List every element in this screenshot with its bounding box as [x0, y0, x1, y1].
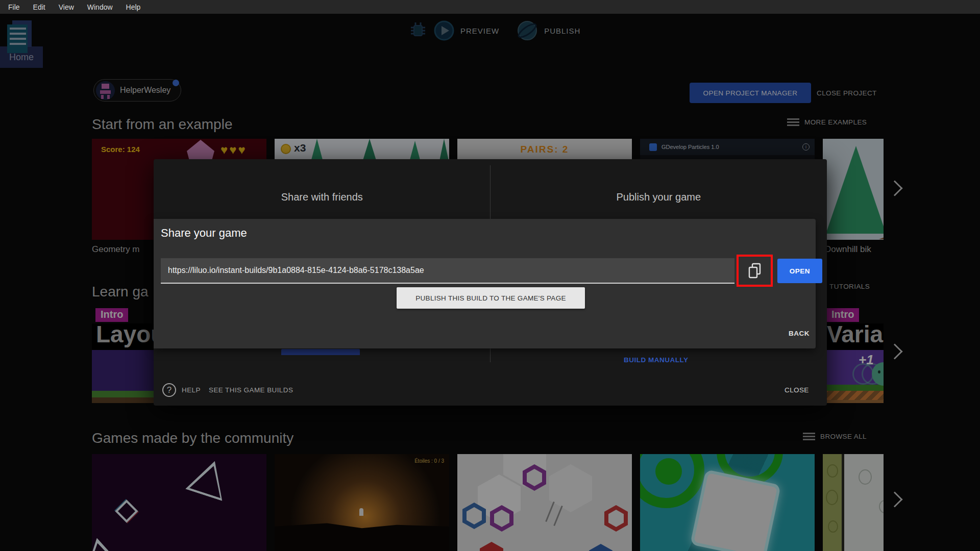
close-dialog-button[interactable]: CLOSE: [785, 386, 809, 394]
help-button[interactable]: HELP: [182, 386, 201, 394]
share-url-input[interactable]: [161, 258, 734, 284]
share-result-panel: Share your game OPEN PUBLISH THIS BUILD …: [154, 219, 816, 348]
copy-link-button[interactable]: [744, 260, 766, 282]
share-your-game-heading: Share your game: [161, 227, 247, 240]
menu-edit[interactable]: Edit: [33, 3, 45, 11]
see-game-builds-button[interactable]: SEE THIS GAME BUILDS: [209, 386, 293, 394]
menu-bar: File Edit View Window Help: [0, 0, 980, 14]
publish-build-button[interactable]: PUBLISH THIS BUILD TO THE GAME'S PAGE: [397, 287, 585, 309]
app-window: File Edit View Window Help Home PREVIE: [0, 0, 980, 551]
share-dialog: Share with friends Publish your game BUI…: [154, 159, 827, 406]
open-link-button[interactable]: OPEN: [777, 259, 822, 283]
menu-help[interactable]: Help: [126, 3, 141, 11]
build-manually-link[interactable]: BUILD MANUALLY: [624, 356, 689, 364]
tab-share-with-friends[interactable]: Share with friends: [154, 159, 491, 219]
help-question-icon[interactable]: ?: [162, 383, 176, 397]
dialog-actions-bar: ? HELP SEE THIS GAME BUILDS CLOSE: [154, 383, 827, 397]
copy-icon: [748, 263, 762, 279]
generate-link-button-partial[interactable]: [281, 349, 360, 355]
tab-publish-your-game[interactable]: Publish your game: [491, 159, 827, 219]
menu-window[interactable]: Window: [87, 3, 113, 11]
copy-highlight-annotation: [737, 255, 773, 287]
menu-view[interactable]: View: [59, 3, 74, 11]
back-button[interactable]: BACK: [789, 330, 810, 337]
menu-file[interactable]: File: [8, 3, 20, 11]
